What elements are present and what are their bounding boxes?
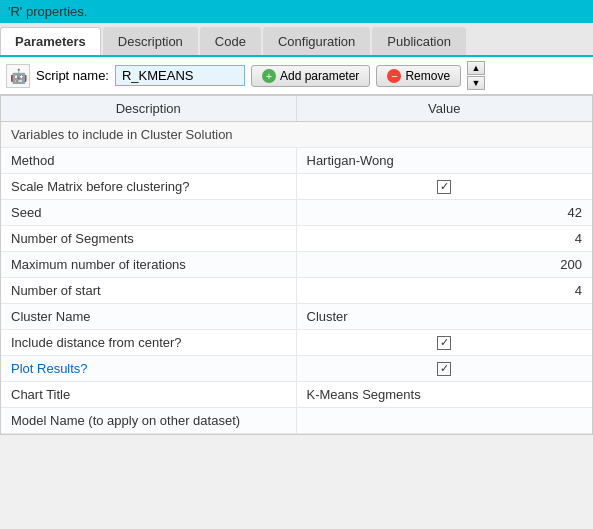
table-row: Seed 42 — [1, 200, 592, 226]
desc-start: Number of start — [1, 278, 297, 303]
desc-distance: Include distance from center? — [1, 330, 297, 355]
table-row: Variables to include in Cluster Solution — [1, 122, 592, 148]
add-icon: + — [262, 69, 276, 83]
title-text: 'R' properties. — [8, 4, 87, 19]
tab-parameters[interactable]: Parameters — [0, 27, 101, 55]
add-param-label: Add parameter — [280, 69, 359, 83]
checkbox-scale-matrix[interactable]: ✓ — [437, 180, 451, 194]
checkbox-distance[interactable]: ✓ — [437, 336, 451, 350]
val-chart-title: K-Means Segments — [297, 382, 593, 407]
add-parameter-button[interactable]: + Add parameter — [251, 65, 370, 87]
tab-publication[interactable]: Publication — [372, 27, 466, 55]
table-row: Scale Matrix before clustering? ✓ — [1, 174, 592, 200]
parameters-table: Description Value Variables to include i… — [0, 95, 593, 435]
desc-scale-matrix: Scale Matrix before clustering? — [1, 174, 297, 199]
script-label: Script name: — [36, 68, 109, 83]
move-up-button[interactable]: ▲ — [467, 61, 485, 75]
table-row: Number of Segments 4 — [1, 226, 592, 252]
desc-seed: Seed — [1, 200, 297, 225]
remove-icon: − — [387, 69, 401, 83]
table-row: Model Name (to apply on other dataset) — [1, 408, 592, 434]
table-row: Include distance from center? ✓ — [1, 330, 592, 356]
header-description: Description — [1, 96, 297, 121]
val-plot-results: ✓ — [297, 356, 593, 381]
plot-results-link[interactable]: Plot Results? — [11, 361, 88, 376]
val-iterations: 200 — [297, 252, 593, 277]
remove-button[interactable]: − Remove — [376, 65, 461, 87]
move-down-button[interactable]: ▼ — [467, 76, 485, 90]
val-seed: 42 — [297, 200, 593, 225]
table-row: Maximum number of iterations 200 — [1, 252, 592, 278]
reorder-buttons: ▲ ▼ — [467, 61, 485, 90]
table-row: Cluster Name Cluster — [1, 304, 592, 330]
table-row: Number of start 4 — [1, 278, 592, 304]
section-variables: Variables to include in Cluster Solution — [1, 122, 592, 147]
desc-model-name: Model Name (to apply on other dataset) — [1, 408, 297, 433]
desc-iterations: Maximum number of iterations — [1, 252, 297, 277]
val-method: Hartigan-Wong — [297, 148, 593, 173]
toolbar: 🤖 Script name: + Add parameter − Remove … — [0, 57, 593, 95]
desc-segments: Number of Segments — [1, 226, 297, 251]
desc-cluster-name: Cluster Name — [1, 304, 297, 329]
script-icon: 🤖 — [6, 64, 30, 88]
val-scale-matrix: ✓ — [297, 174, 593, 199]
tab-description[interactable]: Description — [103, 27, 198, 55]
val-model-name — [297, 408, 593, 433]
val-segments: 4 — [297, 226, 593, 251]
tab-code[interactable]: Code — [200, 27, 261, 55]
table-row: Method Hartigan-Wong — [1, 148, 592, 174]
script-name-input[interactable] — [115, 65, 245, 86]
title-bar: 'R' properties. — [0, 0, 593, 23]
val-start: 4 — [297, 278, 593, 303]
table-row: Plot Results? ✓ — [1, 356, 592, 382]
tab-configuration[interactable]: Configuration — [263, 27, 370, 55]
checkbox-plot-results[interactable]: ✓ — [437, 362, 451, 376]
desc-plot-results: Plot Results? — [1, 356, 297, 381]
desc-chart-title: Chart Title — [1, 382, 297, 407]
desc-method: Method — [1, 148, 297, 173]
tab-bar: ParametersDescriptionCodeConfigurationPu… — [0, 23, 593, 57]
val-cluster-name: Cluster — [297, 304, 593, 329]
remove-label: Remove — [405, 69, 450, 83]
val-distance: ✓ — [297, 330, 593, 355]
table-row: Chart Title K-Means Segments — [1, 382, 592, 408]
header-value: Value — [297, 96, 593, 121]
table-header: Description Value — [1, 96, 592, 122]
